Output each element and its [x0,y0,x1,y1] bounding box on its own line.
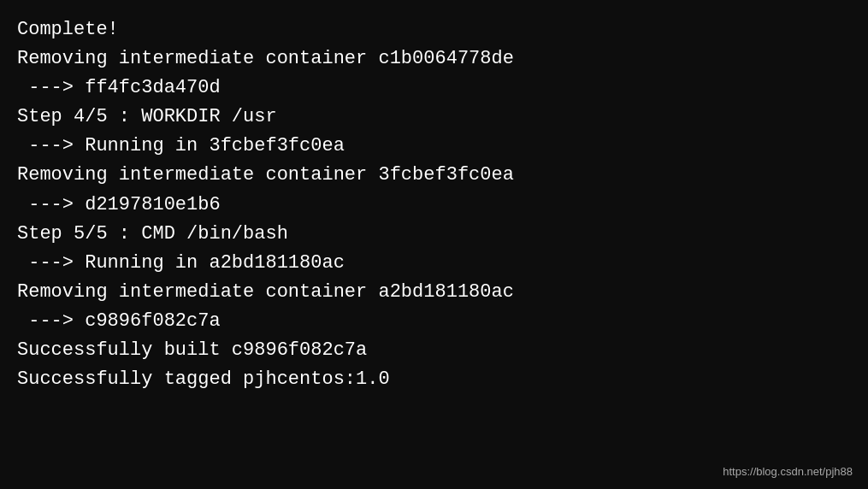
terminal-line: ---> Running in a2bd181180ac [17,249,851,278]
terminal-line: Step 5/5 : CMD /bin/bash [17,220,851,249]
terminal-line: ---> Running in 3fcbef3fc0ea [17,132,851,161]
terminal-line: ---> ff4fc3da470d [17,74,851,103]
terminal-line: Successfully built c9896f082c7a [17,336,851,365]
terminal-line: ---> c9896f082c7a [17,307,851,336]
terminal-line: ---> d2197810e1b6 [17,191,851,220]
terminal-line: Step 4/5 : WORKDIR /usr [17,103,851,132]
terminal-line: Removing intermediate container c1b00647… [17,44,851,74]
terminal-output: Complete!Removing intermediate container… [17,15,851,394]
terminal-line: Successfully tagged pjhcentos:1.0 [17,365,851,394]
watermark: https://blog.csdn.net/pjh88 [723,463,853,480]
terminal-line: Complete! [17,15,851,44]
terminal-window: Complete!Removing intermediate container… [0,0,868,489]
terminal-line: Removing intermediate container 3fcbef3f… [17,161,851,190]
terminal-line: Removing intermediate container a2bd1811… [17,278,851,307]
